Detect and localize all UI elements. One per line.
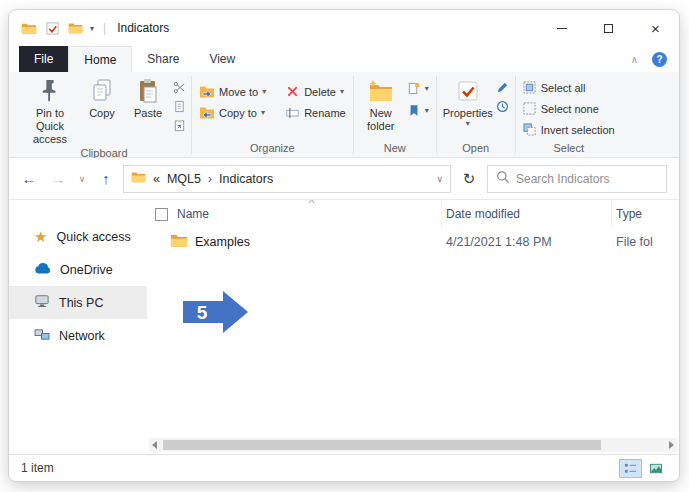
column-date-label: Date modified [446, 207, 520, 221]
folder-icon [170, 233, 188, 251]
clipboard-small-buttons [172, 73, 186, 132]
copy-button[interactable]: Copy [80, 73, 124, 120]
pin-icon [39, 76, 61, 106]
sort-ascending-icon: ^ [309, 200, 314, 209]
rename-button[interactable]: Rename [282, 104, 348, 121]
properties-button[interactable]: Properties ▾ [442, 73, 494, 128]
sidebar-item-this-pc[interactable]: This PC [9, 286, 147, 319]
recent-locations-icon[interactable]: ∨ [75, 167, 89, 191]
new-folder-label: New folder [359, 107, 403, 133]
up-icon[interactable]: ↑ [94, 167, 118, 191]
ribbon-group-new: New folder ▾ ▾ [354, 73, 436, 157]
tab-file[interactable]: File [19, 46, 68, 72]
copy-path-icon[interactable] [172, 99, 186, 113]
copy-to-label: Copy to [219, 107, 257, 119]
search-box [487, 165, 667, 193]
group-label-select: Select [521, 141, 617, 157]
qat-new-folder-icon[interactable] [67, 21, 83, 35]
file-date-modified: 4/21/2021 1:48 PM [442, 235, 612, 249]
delete-dropdown-icon: ▾ [340, 88, 344, 96]
minimize-button[interactable] [538, 10, 585, 46]
paste-shortcut-icon[interactable] [172, 118, 186, 132]
file-type: File fol [612, 235, 679, 249]
group-label-organize: Organize [197, 141, 348, 157]
tabrow-right: ∧ ? [631, 46, 679, 72]
copy-to-button[interactable]: Copy to ▾ [197, 104, 268, 121]
ribbon-group-organize: Move to ▾ Delete ▾ Copy to [192, 73, 353, 157]
this-pc-icon [34, 294, 50, 311]
move-to-button[interactable]: Move to ▾ [197, 83, 268, 100]
back-icon[interactable]: ← [17, 167, 41, 191]
ribbon-group-select: Select all Select none Invert selection [516, 73, 622, 157]
sidebar-item-quick-access[interactable]: ★ Quick access [9, 220, 147, 253]
column-header-date-modified[interactable]: Date modified [442, 200, 612, 228]
breadcrumb[interactable]: « MQL5 › Indicators ∨ [123, 165, 451, 193]
minimize-icon [557, 28, 567, 29]
history-icon[interactable] [496, 99, 510, 113]
scrollbar-thumb[interactable] [163, 440, 601, 450]
invert-selection-label: Invert selection [541, 124, 615, 136]
maximize-button[interactable] [585, 10, 632, 46]
easy-access-button[interactable]: ▾ [405, 102, 431, 119]
status-bar: 1 item [9, 454, 679, 481]
collapse-ribbon-icon[interactable]: ∧ [631, 54, 638, 65]
tab-home[interactable]: Home [68, 46, 132, 72]
sidebar-item-label: OneDrive [60, 263, 113, 277]
breadcrumb-overflow[interactable]: « [153, 172, 160, 186]
address-folder-icon [131, 171, 146, 186]
select-all-button[interactable]: Select all [521, 79, 617, 96]
item-count: 1 item [21, 461, 54, 475]
step-5-arrow-annotation: 5 [183, 290, 249, 337]
pin-label: Pin to Quick access [22, 107, 78, 146]
new-folder-button[interactable]: New folder [359, 73, 403, 133]
close-button[interactable]: × [632, 10, 679, 46]
scroll-left-icon[interactable] [152, 441, 157, 449]
sidebar-item-label: This PC [59, 296, 103, 310]
select-none-button[interactable]: Select none [521, 100, 617, 117]
column-header-type[interactable]: Type [612, 200, 679, 228]
select-all-checkbox[interactable] [155, 208, 168, 221]
rename-label: Rename [304, 107, 346, 119]
column-type-label: Type [616, 207, 642, 221]
column-header-name[interactable]: Name [147, 200, 442, 228]
new-small-buttons: ▾ ▾ [405, 73, 431, 119]
breadcrumb-item-indicators[interactable]: Indicators [219, 172, 273, 186]
new-item-button[interactable]: ▾ [405, 80, 431, 97]
forward-icon[interactable]: → [46, 167, 70, 191]
group-label-open: Open [442, 141, 510, 157]
ribbon: Pin to Quick access Copy Paste [9, 72, 679, 158]
open-small-buttons [496, 73, 510, 113]
pin-to-quick-access-button[interactable]: Pin to Quick access [22, 73, 78, 146]
breadcrumb-item-mql5[interactable]: MQL5 [167, 172, 201, 186]
address-dropdown-icon[interactable]: ∨ [436, 174, 443, 184]
file-list-pane: ^ Name Date modified Type Examples [147, 200, 679, 454]
help-icon[interactable]: ? [652, 52, 667, 67]
new-item-icon [407, 82, 421, 96]
edit-icon[interactable] [496, 80, 510, 94]
breadcrumb-chevron-icon: › [208, 172, 212, 186]
delete-button[interactable]: Delete ▾ [282, 83, 348, 100]
invert-selection-button[interactable]: Invert selection [521, 121, 617, 138]
search-input[interactable] [516, 172, 658, 186]
move-to-icon [199, 84, 215, 100]
tab-share[interactable]: Share [132, 46, 194, 72]
sidebar-item-onedrive[interactable]: OneDrive [9, 253, 147, 286]
sidebar-item-network[interactable]: Network [9, 319, 147, 352]
horizontal-scrollbar[interactable] [149, 438, 677, 452]
quick-access-star-icon: ★ [34, 229, 47, 244]
table-row[interactable]: Examples 4/21/2021 1:48 PM File fol [147, 228, 679, 256]
qat-properties-icon[interactable] [44, 21, 60, 35]
move-to-dropdown-icon: ▾ [262, 88, 266, 96]
details-view-button[interactable] [619, 459, 642, 478]
refresh-icon[interactable]: ↻ [456, 166, 482, 192]
qat-customize-dropdown-icon[interactable]: ▾ [90, 24, 94, 33]
cut-icon[interactable] [172, 80, 186, 94]
window-title: Indicators [117, 21, 169, 35]
scroll-right-icon[interactable] [669, 441, 674, 449]
large-icons-view-button[interactable] [644, 459, 667, 478]
new-folder-icon [368, 76, 394, 106]
copy-to-icon [199, 105, 215, 121]
paste-button[interactable]: Paste [126, 73, 170, 120]
ribbon-tab-row: File Home Share View ∧ ? [9, 46, 679, 72]
tab-view[interactable]: View [194, 46, 250, 72]
